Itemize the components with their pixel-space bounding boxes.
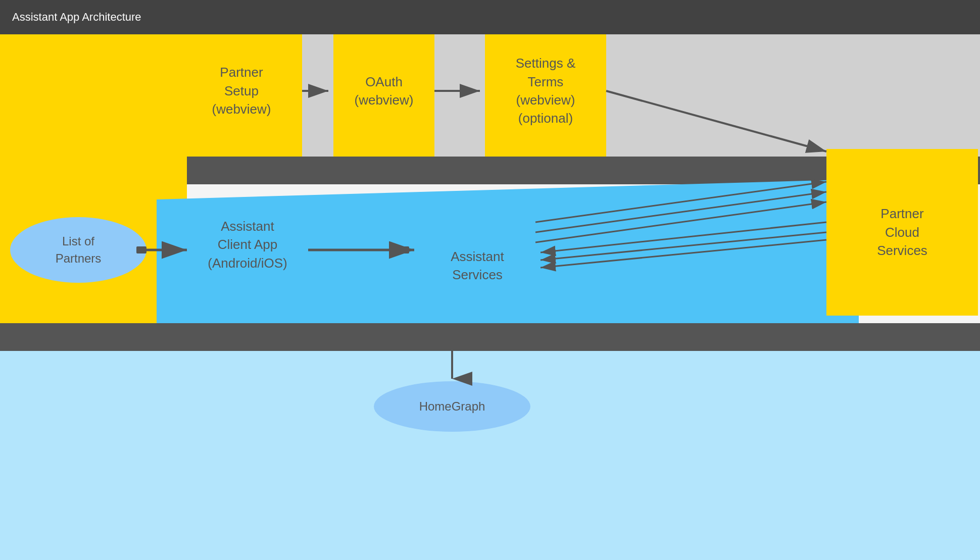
- light-blue-bottom: [0, 351, 980, 560]
- dark-band-bottom: [0, 323, 980, 351]
- list-of-partners-label: List ofPartners: [56, 233, 102, 267]
- homegraph-label: HomeGraph: [419, 398, 485, 415]
- partner-setup-box: PartnerSetup(webview): [181, 25, 302, 157]
- oauth-box: OAuth(webview): [333, 25, 434, 157]
- partner-cloud-box: PartnerCloudServices: [826, 149, 978, 316]
- partner-setup-label: PartnerSetup(webview): [212, 63, 271, 118]
- top-app-bar: Assistant App Architecture: [0, 0, 980, 34]
- list-of-partners-ellipse: List ofPartners: [10, 217, 146, 283]
- partner-cloud-label: PartnerCloudServices: [877, 205, 927, 260]
- homegraph-ellipse: HomeGraph: [374, 381, 530, 432]
- settings-terms-box: Settings &Terms(webview)(optional): [485, 25, 606, 157]
- assistant-client-label: AssistantClient App(Android/iOS): [192, 217, 303, 272]
- oauth-label: OAuth(webview): [354, 73, 413, 110]
- settings-terms-label: Settings &Terms(webview)(optional): [516, 54, 576, 128]
- assistant-services-label: AssistantServices: [419, 247, 535, 284]
- app-bar-title: Assistant App Architecture: [12, 11, 141, 24]
